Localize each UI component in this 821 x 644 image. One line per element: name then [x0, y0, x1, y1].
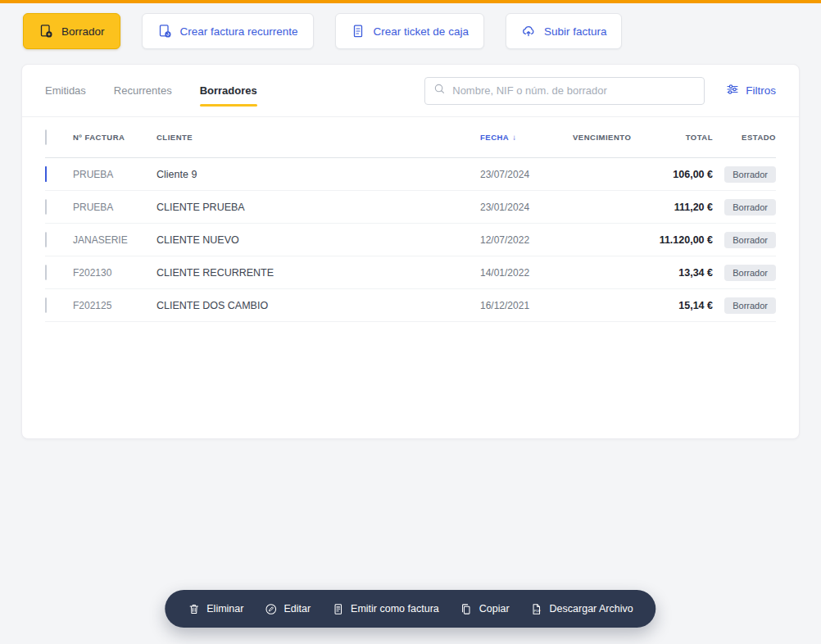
cell-fecha: 12/07/2022	[480, 234, 573, 246]
row-checkbox[interactable]	[45, 166, 47, 182]
search-input[interactable]	[452, 84, 696, 97]
filters-button[interactable]: Filtros	[726, 83, 776, 98]
tab-borradores[interactable]: Borradores	[200, 78, 257, 103]
copiar-button[interactable]: Copiar	[460, 603, 510, 615]
invoice-document-icon	[332, 603, 344, 615]
row-checkbox[interactable]	[45, 297, 47, 313]
subir-factura-label: Subir factura	[544, 25, 607, 38]
status-badge: Borrador	[724, 297, 776, 314]
header-cliente: CLIENTE	[156, 133, 480, 142]
bulk-action-bar: Eliminar Editar Emitir como factura Copi…	[165, 590, 655, 628]
descargar-archivo-button[interactable]: PDF Descargar Archivo	[531, 603, 633, 615]
invoices-card: Emitidas Recurrentes Borradores Filtros …	[21, 64, 800, 439]
cell-total: 13,34 €	[638, 267, 713, 279]
header-fecha[interactable]: FECHA ↓	[480, 133, 573, 142]
status-badge: Borrador	[724, 232, 776, 248]
table-row[interactable]: JANASERIE CLIENTE NUEVO 12/07/2022 11.12…	[45, 224, 776, 256]
crear-ticket-de-caja-button[interactable]: Crear ticket de caja	[335, 13, 484, 49]
editar-button[interactable]: Editar	[265, 603, 311, 615]
eliminar-button[interactable]: Eliminar	[188, 603, 243, 615]
table-header-row: Nº FACTURA CLIENTE FECHA ↓ VENCIMIENTO T…	[45, 117, 776, 158]
cell-cliente: CLIENTE DOS CAMBIO	[156, 300, 480, 311]
cell-fecha: 23/07/2024	[480, 169, 573, 180]
toolbar: Borrador Crear factura recurrente Crear …	[0, 3, 821, 56]
emitir-como-factura-button[interactable]: Emitir como factura	[332, 603, 439, 615]
drafts-table: Nº FACTURA CLIENTE FECHA ↓ VENCIMIENTO T…	[22, 117, 799, 322]
cell-cliente: CLIENTE RECURRENTE	[156, 267, 480, 279]
filter-sliders-icon	[726, 83, 739, 98]
header-fecha-label: FECHA	[480, 133, 509, 142]
copy-icon	[460, 603, 473, 615]
select-all-checkbox[interactable]	[45, 129, 47, 145]
crear-factura-recurrente-button[interactable]: Crear factura recurrente	[142, 13, 314, 49]
editar-label: Editar	[283, 603, 311, 615]
crear-factura-recurrente-label: Crear factura recurrente	[180, 25, 298, 38]
search-box	[424, 77, 705, 105]
tabs: Emitidas Recurrentes Borradores	[45, 78, 257, 103]
cell-cliente: CLIENTE PRUEBA	[156, 202, 480, 213]
cell-numero: PRUEBA	[73, 202, 156, 213]
cell-numero: JANASERIE	[73, 234, 156, 246]
sort-desc-icon: ↓	[512, 133, 516, 142]
edit-icon	[265, 603, 277, 615]
document-recurrent-icon	[157, 24, 172, 39]
cloud-upload-icon	[521, 24, 536, 39]
header-numero: Nº FACTURA	[73, 133, 156, 142]
table-row[interactable]: F202130 CLIENTE RECURRENTE 14/01/2022 13…	[45, 256, 776, 289]
eliminar-label: Eliminar	[206, 603, 243, 615]
table-row[interactable]: F202125 CLIENTE DOS CAMBIO 16/12/2021 15…	[45, 289, 776, 322]
cell-fecha: 14/01/2022	[480, 267, 573, 279]
header-estado: ESTADO	[713, 133, 776, 142]
borrador-button-label: Borrador	[61, 25, 105, 38]
cell-fecha: 23/01/2024	[480, 202, 573, 213]
card-header: Emitidas Recurrentes Borradores Filtros	[22, 65, 799, 117]
svg-text:PDF: PDF	[534, 609, 541, 613]
cell-numero: F202130	[73, 267, 156, 279]
table-row[interactable]: PRUEBA CLIENTE PRUEBA 23/01/2024 111,20 …	[45, 191, 776, 224]
subir-factura-button[interactable]: Subir factura	[506, 13, 623, 49]
cell-numero: F202125	[73, 300, 156, 311]
header-total: TOTAL	[638, 133, 713, 142]
cell-total: 15,14 €	[638, 300, 713, 311]
copiar-label: Copiar	[479, 603, 510, 615]
receipt-icon	[351, 24, 365, 39]
row-checkbox[interactable]	[45, 232, 47, 247]
row-checkbox[interactable]	[45, 265, 47, 280]
status-badge: Borrador	[724, 265, 776, 281]
cell-total: 111,20 €	[638, 202, 713, 213]
tab-recurrentes[interactable]: Recurrentes	[114, 78, 172, 103]
cell-numero: PRUEBA	[73, 169, 156, 180]
borrador-button[interactable]: Borrador	[23, 13, 120, 49]
row-checkbox[interactable]	[45, 199, 47, 215]
status-badge: Borrador	[724, 166, 776, 183]
cell-cliente: Cliente 9	[156, 169, 480, 180]
status-badge: Borrador	[724, 199, 776, 215]
pdf-download-icon: PDF	[531, 603, 543, 615]
search-icon	[433, 83, 446, 98]
descargar-archivo-label: Descargar Archivo	[550, 603, 633, 615]
tab-emitidas[interactable]: Emitidas	[45, 78, 86, 103]
document-plus-icon	[39, 24, 53, 39]
filters-label: Filtros	[746, 84, 776, 97]
table-row[interactable]: PRUEBA Cliente 9 23/07/2024 106,00 € Bor…	[45, 158, 776, 191]
emitir-como-factura-label: Emitir como factura	[351, 603, 439, 615]
header-vencimiento: VENCIMIENTO	[573, 133, 638, 142]
cell-fecha: 16/12/2021	[480, 300, 573, 311]
cell-total: 11.120,00 €	[638, 234, 713, 246]
cell-total: 106,00 €	[638, 169, 713, 180]
cell-cliente: CLIENTE NUEVO	[156, 234, 480, 246]
crear-ticket-de-caja-label: Crear ticket de caja	[374, 25, 469, 38]
trash-icon	[188, 603, 200, 615]
